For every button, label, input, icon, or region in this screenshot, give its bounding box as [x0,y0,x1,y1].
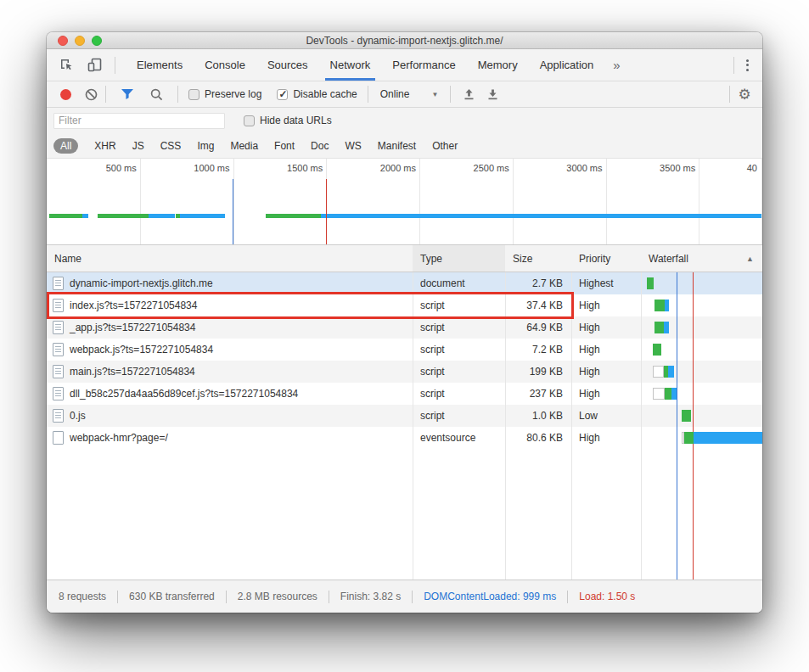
column-separator [571,272,572,580]
column-header-size[interactable]: Size [505,245,571,272]
request-name-cell[interactable]: main.js?ts=1572271054834 [47,361,413,383]
column-header-priority[interactable]: Priority [571,245,641,272]
request-name-cell[interactable]: index.js?ts=1572271054834 [47,294,413,316]
filter-input[interactable] [53,113,225,129]
overview-tick-label: 3500 ms [660,163,699,173]
type-filter-xhr[interactable]: XHR [94,140,115,152]
dcl-marker-line [677,272,677,580]
tab-memory[interactable]: Memory [467,49,529,81]
overview-green-bar [49,214,81,218]
request-waterfall-cell[interactable] [641,361,762,383]
type-filter-other[interactable]: Other [432,140,458,152]
inspect-element-icon[interactable] [57,56,76,75]
column-separator [413,272,413,580]
request-type-cell: script [413,339,505,361]
checkbox-box[interactable] [188,89,199,100]
waterfall-blue-bar [664,322,669,333]
type-filter-doc[interactable]: Doc [311,140,329,152]
devtools-menu-icon[interactable] [743,56,752,75]
tab-console[interactable]: Console [194,49,256,81]
request-name-cell[interactable]: webpack.js?ts=1572271054834 [47,339,413,361]
type-filter-font[interactable]: Font [274,140,295,152]
type-filter-img[interactable]: Img [197,140,214,152]
request-type-cell: script [413,383,505,405]
divider [567,591,568,603]
overview-gridline [761,159,762,244]
type-filter-manifest[interactable]: Manifest [378,140,416,152]
table-row[interactable]: _app.js?ts=1572271054834script64.9 KBHig… [47,316,762,339]
table-row[interactable]: dynamic-import-nextjs.glitch.medocument2… [47,272,762,294]
disable-cache-checkbox[interactable]: Disable cache [277,88,357,100]
request-name-cell[interactable]: _app.js?ts=1572271054834 [47,316,413,339]
timeline-overview[interactable]: 500 ms1000 ms1500 ms2000 ms2500 ms3000 m… [47,159,762,245]
clear-network-log-icon[interactable] [81,85,100,104]
type-filter-js[interactable]: JS [132,140,144,152]
table-row[interactable]: 0.jsscript1.0 KBLow [47,405,762,427]
type-filter-css[interactable]: CSS [160,140,182,152]
request-waterfall-cell[interactable] [641,316,762,339]
request-waterfall-cell[interactable] [641,427,762,449]
export-har-icon[interactable] [483,85,502,104]
checkbox-box[interactable] [277,89,288,100]
load-marker-line [693,272,694,580]
file-document-icon [53,299,64,312]
dcl-marker-line [233,179,233,244]
status-item: 8 requests [59,591,106,602]
request-waterfall-cell[interactable] [641,294,762,316]
request-name-cell[interactable]: dynamic-import-nextjs.glitch.me [47,272,413,294]
tab-network[interactable]: Network [319,49,382,81]
request-name: main.js?ts=1572271054834 [70,366,195,378]
table-row[interactable]: webpack.js?ts=1572271054834script7.2 KBH… [47,339,762,361]
table-row[interactable]: index.js?ts=1572271054834script37.4 KBHi… [47,294,762,316]
import-har-icon[interactable] [459,85,478,104]
tab-performance[interactable]: Performance [381,49,466,81]
checkbox-box[interactable] [244,115,255,126]
request-priority-cell: High [571,316,641,339]
column-header-waterfall[interactable]: Waterfall▲ [641,245,762,272]
preserve-log-checkbox[interactable]: Preserve log [188,88,261,100]
type-filter-all[interactable]: All [53,138,78,154]
column-header-type[interactable]: Type [413,245,505,272]
type-filter-media[interactable]: Media [230,140,258,152]
overview-tick-label: 40 [747,163,761,173]
titlebar: DevTools - dynamic-import-nextjs.glitch.… [47,32,762,49]
request-rows: dynamic-import-nextjs.glitch.medocument2… [47,272,762,449]
overview-blue-bar [149,214,176,218]
request-type-cell: script [413,361,505,383]
table-row[interactable]: main.js?ts=1572271054834script199 KBHigh [47,361,762,383]
table-row[interactable]: webpack-hmr?page=/eventsource80.6 KBHigh [47,427,762,449]
settings-gear-icon[interactable]: ⚙ [735,85,754,104]
overview-tick-label: 2000 ms [380,163,419,173]
hide-data-urls-checkbox[interactable]: Hide data URLs [244,115,332,126]
overview-tick-label: 1000 ms [194,163,233,173]
filter-icon[interactable] [118,85,137,104]
request-name-cell[interactable]: dll_b58c257da4aa56d89cef.js?ts=157227105… [47,383,413,405]
type-filter-ws[interactable]: WS [345,140,361,152]
tab-elements[interactable]: Elements [126,49,194,81]
request-waterfall-cell[interactable] [641,272,762,294]
request-name: webpack.js?ts=1572271054834 [70,344,213,356]
file-document-icon [53,387,64,400]
request-name-cell[interactable]: 0.js [47,405,413,427]
search-icon[interactable] [147,85,166,104]
column-header-name[interactable]: Name [47,245,413,272]
request-name: dynamic-import-nextjs.glitch.me [70,277,213,289]
table-row[interactable]: dll_b58c257da4aa56d89cef.js?ts=157227105… [47,383,762,405]
request-name-cell[interactable]: webpack-hmr?page=/ [47,427,413,449]
column-separator [505,272,506,580]
divider [412,591,413,603]
overview-green-bar [266,214,321,218]
request-waterfall-cell[interactable] [641,383,762,405]
request-waterfall-cell[interactable] [641,405,762,427]
throttling-dropdown[interactable]: Online ▼ [380,88,439,100]
tab-application[interactable]: Application [529,49,605,81]
request-waterfall-cell[interactable] [641,339,762,361]
panel-tabs: ElementsConsoleSourcesNetworkPerformance… [126,49,604,81]
hide-data-urls-label: Hide data URLs [260,115,332,126]
more-tabs-button[interactable]: » [604,49,628,81]
tab-sources[interactable]: Sources [256,49,319,81]
overview-tick-label: 3000 ms [566,163,605,173]
record-network-log-icon[interactable] [60,89,71,100]
request-priority-cell: High [571,339,641,361]
device-toolbar-icon[interactable] [86,56,104,75]
